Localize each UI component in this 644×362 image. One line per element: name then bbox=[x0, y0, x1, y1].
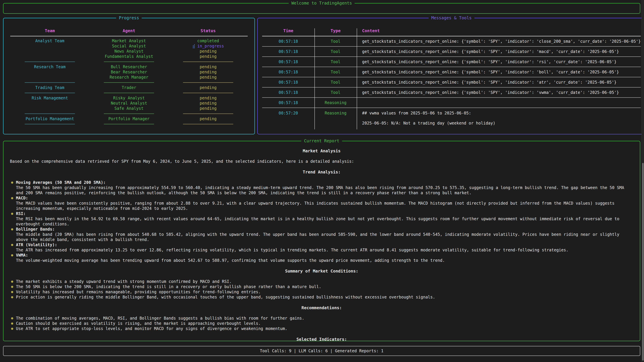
message-content: ## vwma values from 2025-05-06 to 2025-0… bbox=[357, 111, 641, 126]
separator-line bbox=[183, 61, 233, 62]
separator-line bbox=[104, 124, 154, 124]
group-separator-row bbox=[10, 80, 248, 85]
tradingagents-terminal: Welcome to TradingAgents Progress Team A… bbox=[0, 0, 644, 362]
agent-name: Trader bbox=[90, 85, 168, 90]
report-bullet-item: RSI:The RSI has been mostly in the 54.92… bbox=[10, 211, 634, 227]
bullet-term: Moving Averages (50 SMA and 200 SMA): bbox=[16, 180, 634, 185]
bullet-desc: The RSI has been mostly in the 54.92 to … bbox=[16, 216, 634, 227]
status-text: pending bbox=[200, 85, 216, 90]
agent-name: Fundamentals Analyst bbox=[90, 54, 168, 59]
stats-summary: Tool Calls: 9 | LLM Calls: 6 | Generated… bbox=[260, 349, 384, 353]
progress-table-header: Team Agent Status bbox=[10, 28, 248, 33]
message-content: get_stockstats_indicators_report_online:… bbox=[357, 59, 641, 64]
message-row: 00:57:18Toolget_stockstats_indicators_re… bbox=[262, 57, 641, 67]
report-bullet-item: VWMA:The volume-weighted moving average … bbox=[10, 253, 634, 263]
bullet-text: The 50 SMA is below the 200 SMA, indicat… bbox=[16, 284, 634, 290]
agent-name: Market Analyst bbox=[90, 38, 168, 43]
bullet-term: ATR (Volatility): bbox=[16, 242, 634, 248]
agent-status: pending bbox=[168, 75, 248, 80]
recommendations-heading: Recommendations: bbox=[10, 305, 634, 310]
status-text: pending bbox=[200, 116, 216, 121]
message-content-line: get_stockstats_indicators_report_online:… bbox=[362, 49, 641, 54]
report-bullet-item: The market exhibits a steady upward tren… bbox=[10, 279, 634, 284]
message-type: Tool bbox=[314, 39, 357, 44]
scrollbar-thumb[interactable] bbox=[642, 163, 644, 361]
messages-table: Time Type Content 00:57:18Toolget_stocks… bbox=[262, 28, 641, 129]
message-content-line: get_stockstats_indicators_report_online:… bbox=[362, 59, 641, 64]
bullet-icon bbox=[11, 254, 13, 256]
message-time: 00:57:18 bbox=[262, 90, 314, 95]
selected-indicators-heading: Selected Indicators: bbox=[10, 337, 634, 342]
agent-cell: Market AnalystSocial AnalystNews Analyst… bbox=[90, 38, 168, 59]
message-row: 00:57:18Toolget_stockstats_indicators_re… bbox=[262, 77, 641, 87]
bullet-text: Volatility has increased but remains man… bbox=[16, 290, 634, 295]
report-body: Market Analysis Based on the comprehensi… bbox=[4, 141, 640, 342]
status-text: in_progress bbox=[197, 44, 224, 48]
agent-cell: Portfolio Manager bbox=[90, 116, 168, 121]
report-heading: Market Analysis bbox=[10, 148, 634, 153]
team-name: Analyst Team bbox=[10, 38, 90, 43]
bullet-icon bbox=[11, 213, 13, 215]
bullet-icon bbox=[11, 328, 13, 330]
agent-status: completed bbox=[168, 38, 248, 43]
progress-group-row: Risk ManagementRisky AnalystNeutral Anal… bbox=[10, 95, 248, 111]
report-panel: Current Report Market Analysis Based on … bbox=[3, 141, 640, 341]
separator-line bbox=[183, 82, 233, 83]
agent-name: Portfolio Manager bbox=[90, 116, 168, 121]
separator-line bbox=[104, 113, 154, 114]
message-type: Tool bbox=[314, 49, 357, 54]
progress-table: Team Agent Status Analyst TeamMarket Ana… bbox=[4, 18, 254, 127]
separator-line bbox=[183, 93, 233, 93]
recommendations-list: The combination of moving averages, MACD… bbox=[10, 316, 634, 331]
status-text: completed bbox=[197, 38, 219, 43]
message-content-line: ## vwma values from 2025-05-06 to 2025-0… bbox=[362, 111, 641, 116]
column-header-agent: Agent bbox=[90, 28, 168, 33]
status-cell: pendingpendingpending bbox=[168, 95, 248, 111]
message-content-line: get_stockstats_indicators_report_online:… bbox=[362, 69, 641, 75]
report-intro: Based on the comprehensive data retrieve… bbox=[10, 159, 634, 164]
message-rows: 00:57:18Toolget_stockstats_indicators_re… bbox=[262, 36, 641, 129]
stats-panel: Tool Calls: 9 | LLM Calls: 6 | Generated… bbox=[3, 346, 640, 356]
message-content-line: 2025-06-05: N/A: Not a trading day (week… bbox=[362, 121, 641, 126]
agent-status: pending bbox=[168, 101, 248, 106]
trend-analysis-heading: Trend Analysis: bbox=[10, 169, 634, 175]
team-cell: Analyst Team bbox=[10, 38, 90, 59]
status-text: pending bbox=[200, 75, 216, 80]
message-time: 00:57:18 bbox=[262, 59, 314, 64]
agent-cell: Trader bbox=[90, 85, 168, 90]
message-content: get_stockstats_indicators_report_online:… bbox=[357, 80, 641, 85]
progress-panel: Progress Team Agent Status Analyst TeamM… bbox=[3, 18, 255, 134]
report-bullet-item: Caution should be exercised as volatilit… bbox=[10, 321, 634, 326]
column-header-content: Content bbox=[357, 28, 641, 33]
team-name: Portfolio Management bbox=[10, 116, 90, 121]
bullet-icon bbox=[11, 291, 13, 293]
message-row: 00:57:18Toolget_stockstats_indicators_re… bbox=[262, 67, 641, 77]
messages-panel-title: Messages & Tools bbox=[428, 15, 474, 20]
bullet-term: VWMA: bbox=[16, 253, 634, 258]
message-type: Tool bbox=[314, 59, 357, 64]
message-time: 00:57:18 bbox=[262, 49, 314, 54]
message-row: 00:57:18Reasoning bbox=[262, 98, 641, 108]
message-type: Reasoning bbox=[314, 100, 357, 105]
message-row: 00:57:18Toolget_stockstats_indicators_re… bbox=[262, 46, 641, 57]
status-cell: pending bbox=[168, 85, 248, 90]
bullet-desc: The MACD values have been consistently p… bbox=[16, 201, 634, 211]
progress-group-row: Trading TeamTraderpending bbox=[10, 85, 248, 90]
bullet-icon bbox=[11, 197, 13, 199]
message-content: get_stockstats_indicators_report_online:… bbox=[357, 69, 641, 75]
agent-status: pending bbox=[168, 106, 248, 111]
agent-status: pending bbox=[168, 116, 248, 121]
scrollbar[interactable] bbox=[642, 0, 644, 362]
bullet-desc: The volume-weighted moving average has b… bbox=[16, 258, 634, 263]
separator-line bbox=[104, 82, 154, 83]
bullet-text: Price action is generally riding the mid… bbox=[16, 295, 634, 300]
messages-panel: Messages & Tools Time Type Content 00:57… bbox=[257, 18, 644, 134]
bullet-icon bbox=[11, 244, 13, 246]
message-time: 00:57:20 bbox=[262, 111, 314, 116]
agent-status: pending bbox=[168, 54, 248, 59]
welcome-panel: Welcome to TradingAgents bbox=[3, 3, 640, 14]
progress-rows: Analyst TeamMarket AnalystSocial Analyst… bbox=[10, 38, 248, 127]
message-time: 00:57:18 bbox=[262, 80, 314, 85]
progress-panel-title: Progress bbox=[116, 15, 142, 20]
report-bullet-item: MACD:The MACD values have been consisten… bbox=[10, 196, 634, 211]
